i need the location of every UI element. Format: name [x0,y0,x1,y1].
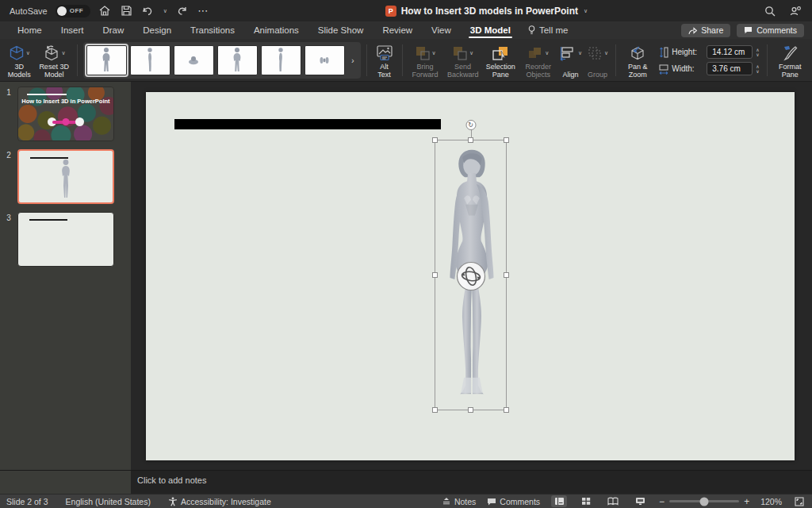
notes-icon [442,497,451,506]
title-placeholder-black-bar[interactable] [174,119,441,129]
zoom-out-button[interactable]: − [659,496,665,507]
undo-dropdown-chevron-icon[interactable]: ∨ [163,8,167,14]
resize-handle-bottom-right[interactable] [504,407,509,413]
selection-pane-button[interactable]: Selection Pane [481,41,519,79]
search-icon[interactable] [763,4,776,17]
slide-3-preview[interactable] [17,212,114,267]
align-button[interactable]: ∨ Align [557,41,584,79]
resize-handle-bottom-center[interactable] [468,407,473,413]
gallery-more-button[interactable]: › [348,45,358,75]
tab-tell-me[interactable]: Tell me [520,21,576,39]
reading-view-button[interactable] [605,495,621,507]
slide-editing-surface[interactable]: ↻ [146,92,795,460]
slide-number: 2 [0,149,17,204]
resize-handle-bottom-left[interactable] [432,407,438,413]
accessibility-status[interactable]: Accessibility: Investigate [168,497,271,506]
resize-handle-top-left[interactable] [432,137,438,143]
tab-insert[interactable]: Insert [52,21,94,39]
slide-thumbnail-2-selected[interactable]: 2 [0,149,131,204]
slideshow-icon [635,497,645,506]
notes-toggle-button[interactable]: Notes [442,497,476,506]
document-title[interactable]: How to Insert 3D models in PowerPoint [401,6,578,17]
share-button[interactable]: Share [681,24,730,37]
undo-icon[interactable] [141,4,155,17]
zoom-slider-thumb[interactable] [700,497,709,506]
title-dropdown-chevron-icon[interactable]: ∨ [584,8,588,14]
zoom-level[interactable]: 120% [760,497,782,506]
3d-rotate-control[interactable] [456,261,486,291]
cube-3d-icon [9,45,25,61]
slideshow-button[interactable] [632,495,648,507]
slide-counter: Slide 2 of 3 [6,497,48,506]
slide-thumbnail-3[interactable]: 3 [0,212,131,267]
model-view-right[interactable] [261,45,301,75]
group-button[interactable]: ∨ Group [584,41,611,79]
3d-model-views-gallery: › [83,42,361,79]
tab-transitions[interactable]: Transitions [181,21,244,39]
model-view-left[interactable] [130,45,170,75]
reset-3d-model-button[interactable]: ∨ Reset 3D Model [35,41,73,79]
model-view-front-selected[interactable] [86,45,127,75]
width-label: Width: [672,64,703,73]
alt-text-button[interactable]: Alt Text [371,41,398,79]
pan-zoom-button[interactable]: Pan & Zoom [619,41,656,79]
model-view-back[interactable] [217,45,258,75]
people-presence-icon[interactable] [789,4,802,17]
fit-slide-to-window-button[interactable] [793,495,806,507]
comments-toggle-button[interactable]: Comments [487,497,540,506]
format-pane-button[interactable]: Format Pane [771,41,809,79]
bring-forward-button[interactable]: ∨ Bring Forward [406,41,444,79]
height-stepper[interactable]: ∧∨ [756,48,759,57]
figure-side-icon [277,47,285,74]
resize-handle-middle-right[interactable] [504,272,509,278]
figure-side-icon [146,47,154,74]
autosave-toggle[interactable]: OFF [56,5,90,17]
tab-animations[interactable]: Animations [244,21,308,39]
width-input[interactable]: 3.76 cm [707,62,753,75]
model-view-bottom[interactable] [304,45,345,75]
tab-design[interactable]: Design [133,21,181,39]
tab-3d-model[interactable]: 3D Model [461,21,520,39]
more-commands-icon[interactable]: ⋯ [197,4,210,17]
comment-icon [487,498,496,506]
tab-slide-show[interactable]: Slide Show [308,21,373,39]
tab-view[interactable]: View [422,21,461,39]
comment-icon [744,26,753,34]
height-input[interactable]: 14.12 cm [707,45,753,59]
comments-button[interactable]: Comments [737,24,804,37]
title-bar: AutoSave OFF ∨ ⋯ P How to Insert 3D mode… [0,0,812,21]
slide-sorter-view-button[interactable] [578,495,594,507]
save-icon[interactable] [120,4,133,17]
slide-1-preview[interactable]: How to Insert 3D in PowerPoint [17,87,114,141]
status-bar: Slide 2 of 3 English (United States) Acc… [0,494,812,508]
slide-1-title: How to Insert 3D in PowerPoint [18,98,113,105]
language-selector[interactable]: English (United States) [66,497,151,506]
resize-handle-top-right[interactable] [504,137,509,143]
3d-models-button[interactable]: ∨ 3D Models [3,41,35,79]
tab-home[interactable]: Home [8,21,52,39]
3d-model-selection-box[interactable]: ↻ [435,140,507,410]
chevron-down-icon: ∨ [62,50,66,56]
zoom-slider[interactable] [669,500,739,502]
resize-handle-middle-left[interactable] [432,272,438,278]
send-backward-icon [452,45,468,61]
tell-me-label: Tell me [539,25,568,35]
model-view-top[interactable] [174,45,214,75]
width-stepper[interactable]: ∧∨ [756,64,759,74]
zoom-in-button[interactable]: + [744,496,749,507]
reorder-objects-button[interactable]: ∨ Reorder Objects [519,41,557,79]
rotation-handle[interactable]: ↻ [465,120,476,130]
slide-2-preview[interactable] [17,149,114,204]
home-icon[interactable] [98,4,112,17]
figure-mini [58,159,74,200]
slide-thumbnail-1[interactable]: 1 How to Insert 3D in PowerPoint [0,87,131,141]
resize-handle-top-center[interactable] [468,137,473,143]
normal-view-button[interactable] [551,495,567,507]
tab-draw[interactable]: Draw [93,21,133,39]
molecule-3d-model [48,117,84,127]
tab-review[interactable]: Review [373,21,422,39]
rotation-handle-stick [471,129,472,138]
redo-icon[interactable] [175,4,189,17]
send-backward-button[interactable]: ∨ Send Backward [444,41,482,79]
notes-input[interactable]: Click to add notes [131,471,812,494]
